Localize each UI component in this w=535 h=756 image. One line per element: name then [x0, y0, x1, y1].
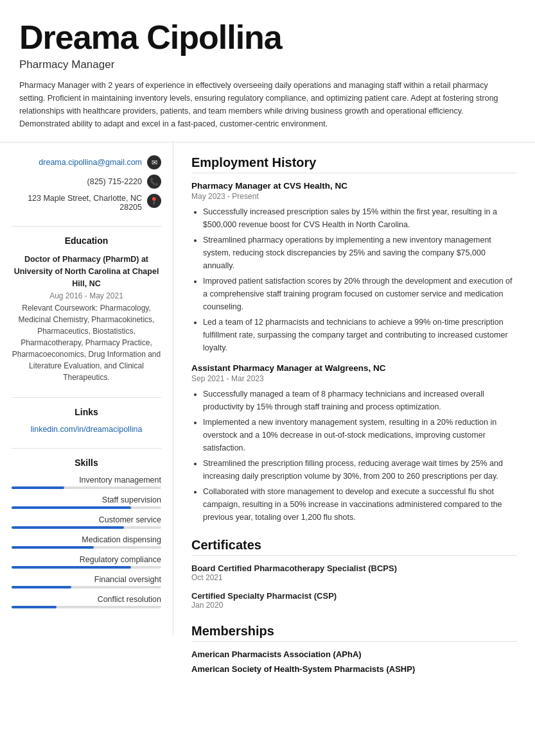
skill-bar-fill — [12, 586, 71, 588]
contact-section: dreama.cipollina@gmail.com ✉ (825) 715-2… — [12, 155, 161, 212]
skill-item: Conflict resolution — [12, 595, 161, 608]
certificates-title: Certificates — [191, 538, 517, 556]
membership-entry: American Pharmacists Association (APhA) — [191, 649, 517, 659]
skill-bar-fill — [12, 546, 94, 549]
cert-entry: Certified Specialty Pharmacist (CSP) Jan… — [191, 591, 517, 610]
cert-entry: Board Certified Pharmacotherapy Speciali… — [191, 563, 517, 582]
skill-bar-bg — [12, 486, 161, 489]
skills-list: Inventory management Staff supervision C… — [12, 476, 161, 608]
header-section: Dreama Cipollina Pharmacy Manager Pharma… — [0, 0, 535, 142]
skill-label: Staff supervision — [12, 495, 161, 504]
cert-date: Oct 2021 — [191, 573, 517, 582]
email-item: dreama.cipollina@gmail.com ✉ — [12, 155, 161, 169]
candidate-title: Pharmacy Manager — [19, 58, 516, 71]
coursework-text: Pharmacology, Medicinal Chemistry, Pharm… — [12, 304, 161, 382]
job-title: Pharmacy Manager at CVS Health, NC — [191, 181, 517, 191]
skill-bar-fill — [12, 506, 131, 509]
memberships-list: American Pharmacists Association (APhA)A… — [191, 649, 517, 674]
skill-item: Inventory management — [12, 476, 161, 489]
links-title: Links — [12, 407, 161, 417]
skill-item: Staff supervision — [12, 495, 161, 509]
skill-bar-bg — [12, 606, 161, 608]
skill-bar-bg — [12, 526, 161, 529]
links-section: Links linkedin.com/in/dreamacipollina — [12, 407, 161, 434]
bullet-item: Successfully managed a team of 8 pharmac… — [203, 388, 517, 413]
bullet-item: Improved patient satisfaction scores by … — [203, 275, 517, 313]
skill-label: Customer service — [12, 515, 161, 524]
jobs-list: Pharmacy Manager at CVS Health, NC May 2… — [191, 181, 517, 524]
skills-title: Skills — [12, 458, 161, 468]
skill-item: Financial oversight — [12, 575, 161, 588]
memberships-title: Memberships — [191, 624, 517, 642]
location-icon: 📍 — [147, 194, 161, 208]
skill-label: Conflict resolution — [12, 595, 161, 604]
job-bullets: Successfully increased prescription sale… — [191, 205, 517, 354]
skill-bar-bg — [12, 506, 161, 509]
job-date: May 2023 - Present — [191, 192, 517, 201]
employment-title: Employment History — [191, 155, 517, 173]
skill-bar-fill — [12, 486, 64, 489]
job-title: Assistant Pharmacy Manager at Walgreens,… — [191, 363, 517, 373]
job-entry: Pharmacy Manager at CVS Health, NC May 2… — [191, 181, 517, 354]
bullet-item: Implemented a new inventory management s… — [203, 416, 517, 454]
employment-section: Employment History Pharmacy Manager at C… — [191, 155, 517, 524]
membership-entry: American Society of Health-System Pharma… — [191, 664, 517, 674]
skill-label: Regulatory compliance — [12, 555, 161, 564]
skill-item: Medication dispensing — [12, 535, 161, 549]
bullet-item: Successfully increased prescription sale… — [203, 205, 517, 231]
main-content: Employment History Pharmacy Manager at C… — [173, 142, 535, 701]
linkedin-link[interactable]: linkedin.com/in/dreamacipollina — [12, 425, 161, 434]
education-coursework: Relevant Coursework: Pharmacology, Medic… — [12, 302, 161, 383]
skill-label: Medication dispensing — [12, 535, 161, 544]
education-title: Education — [12, 236, 161, 246]
cert-name: Board Certified Pharmacotherapy Speciali… — [191, 563, 517, 573]
email-icon: ✉ — [147, 155, 161, 169]
education-section: Education Doctor of Pharmacy (PharmD) at… — [12, 236, 161, 383]
candidate-name: Dreama Cipollina — [19, 19, 516, 56]
skill-bar-bg — [12, 566, 161, 569]
bullet-item: Led a team of 12 pharmacists and technic… — [203, 316, 517, 354]
main-layout: dreama.cipollina@gmail.com ✉ (825) 715-2… — [0, 142, 535, 701]
education-degree: Doctor of Pharmacy (PharmD) at Universit… — [12, 253, 161, 289]
phone-item: (825) 715-2220 📞 — [12, 175, 161, 189]
skill-bar-fill — [12, 566, 131, 569]
candidate-summary: Pharmacy Manager with 2 years of experie… — [19, 79, 516, 130]
education-entry: Doctor of Pharmacy (PharmD) at Universit… — [12, 253, 161, 383]
cert-name: Certified Specialty Pharmacist (CSP) — [191, 591, 517, 601]
coursework-label: Relevant Coursework: — [22, 304, 98, 313]
skill-bar-bg — [12, 586, 161, 588]
skill-label: Financial oversight — [12, 575, 161, 584]
skill-item: Regulatory compliance — [12, 555, 161, 569]
skill-bar-bg — [12, 546, 161, 549]
phone-icon: 📞 — [147, 175, 161, 189]
skill-label: Inventory management — [12, 476, 161, 485]
bullet-item: Streamlined the prescription filling pro… — [203, 457, 517, 483]
address-item: 123 Maple Street, Charlotte, NC 28205 📍 — [12, 194, 161, 212]
bullet-item: Collaborated with store management to de… — [203, 485, 517, 524]
memberships-section: Memberships American Pharmacists Associa… — [191, 624, 517, 674]
sidebar: dreama.cipollina@gmail.com ✉ (825) 715-2… — [0, 142, 173, 635]
job-date: Sep 2021 - Mar 2023 — [191, 374, 517, 383]
skills-section: Skills Inventory management Staff superv… — [12, 458, 161, 608]
job-entry: Assistant Pharmacy Manager at Walgreens,… — [191, 363, 517, 524]
cert-date: Jan 2020 — [191, 601, 517, 610]
address-text: 123 Maple Street, Charlotte, NC 28205 — [12, 194, 142, 212]
skill-bar-fill — [12, 606, 57, 608]
skill-item: Customer service — [12, 515, 161, 529]
certs-list: Board Certified Pharmacotherapy Speciali… — [191, 563, 517, 610]
certificates-section: Certificates Board Certified Pharmacothe… — [191, 538, 517, 610]
phone-text: (825) 715-2220 — [87, 177, 142, 186]
job-bullets: Successfully managed a team of 8 pharmac… — [191, 388, 517, 524]
email-link[interactable]: dreama.cipollina@gmail.com — [39, 158, 142, 167]
skill-bar-fill — [12, 526, 124, 529]
education-dates: Aug 2016 - May 2021 — [12, 291, 161, 300]
bullet-item: Streamlined pharmacy operations by imple… — [203, 234, 517, 272]
